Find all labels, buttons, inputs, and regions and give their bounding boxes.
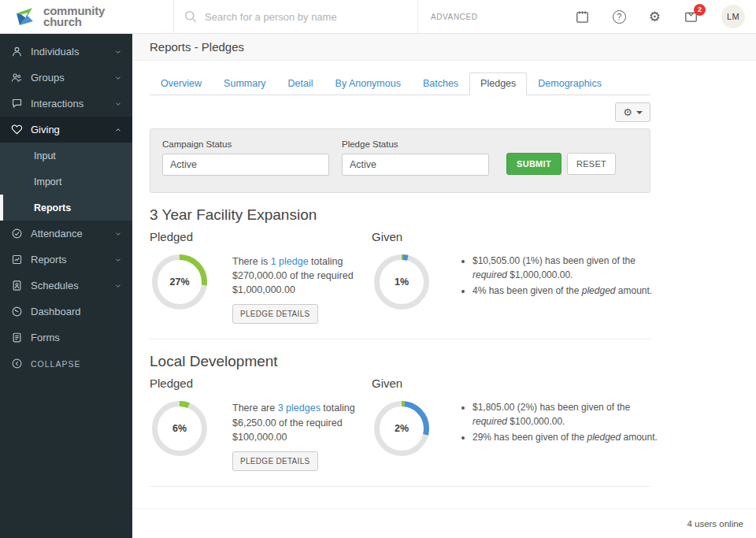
submenu-item-import[interactable]: Import bbox=[0, 169, 132, 195]
submenu-label: Reports bbox=[34, 202, 71, 213]
sidebar-label: Interactions bbox=[31, 98, 83, 109]
sidebar-label: Giving bbox=[31, 124, 60, 135]
chevron-down-icon bbox=[114, 230, 122, 238]
groups-icon bbox=[10, 72, 23, 83]
pledge-summary-text: There are 3 pledges totaling $6,250.00 o… bbox=[232, 399, 371, 470]
sidebar-label: Attendance bbox=[31, 228, 83, 239]
person-icon bbox=[10, 46, 23, 58]
chevron-up-icon bbox=[114, 126, 122, 134]
pledge-details-button[interactable]: PLEDGE DETAILS bbox=[232, 304, 318, 324]
chat-bubbles-icon bbox=[10, 98, 23, 109]
donut-percent: 1% bbox=[372, 252, 432, 312]
top-bar: community church ADVANCED ? ⚙ 2 LM bbox=[0, 0, 756, 34]
main-content: Reports - Pledges Overview Summary Detai… bbox=[132, 34, 756, 538]
sidebar-label: Groups bbox=[31, 72, 65, 83]
tab-by-anonymous[interactable]: By Anonymous bbox=[324, 72, 412, 95]
pledge-status-input[interactable] bbox=[342, 154, 489, 176]
tab-pledges[interactable]: Pledges bbox=[469, 72, 527, 95]
pledge-count-link[interactable]: 1 pledge bbox=[271, 256, 309, 267]
pledge-count-link[interactable]: 3 pledges bbox=[278, 403, 321, 414]
campaign-name: Local Development bbox=[150, 353, 650, 370]
given-bullet: $1,805.00 (2%) has been given of the req… bbox=[472, 400, 664, 429]
tab-demographics[interactable]: Demographics bbox=[527, 72, 613, 95]
sidebar-item-schedules[interactable]: Schedules bbox=[0, 273, 132, 299]
campaign-section: 3 Year Facility Expansion Pledged 27% Th… bbox=[150, 206, 650, 339]
chevron-down-icon bbox=[114, 74, 122, 82]
given-summary-list: $1,805.00 (2%) has been given of the req… bbox=[461, 399, 664, 458]
sidebar-item-forms[interactable]: Forms bbox=[0, 325, 132, 351]
giving-submenu: Input Import Reports bbox=[0, 143, 132, 221]
person-search bbox=[173, 0, 418, 33]
pledged-donut-chart: 27% bbox=[150, 252, 209, 312]
topbar-actions: ? ⚙ 2 LM bbox=[575, 0, 756, 33]
sidebar-item-individuals[interactable]: Individuals bbox=[0, 39, 132, 65]
app-logo[interactable]: community church bbox=[0, 0, 173, 33]
calendar-icon[interactable] bbox=[575, 9, 590, 24]
sidebar-label: Individuals bbox=[31, 46, 79, 58]
campaign-status-label: Campaign Status bbox=[162, 139, 329, 149]
help-icon[interactable]: ? bbox=[613, 10, 626, 24]
campaign-section: Local Development Pledged 6% There are 3… bbox=[150, 353, 650, 486]
tab-summary[interactable]: Summary bbox=[213, 72, 276, 95]
section-divider bbox=[150, 339, 650, 339]
given-bullet: $10,505.00 (1%) has been given of the re… bbox=[472, 254, 664, 282]
chevron-down-icon bbox=[114, 48, 122, 56]
user-avatar[interactable]: LM bbox=[721, 5, 745, 28]
search-icon bbox=[183, 9, 198, 24]
submenu-item-reports[interactable]: Reports bbox=[0, 195, 132, 221]
pledge-status-label: Pledge Status bbox=[342, 139, 489, 149]
sidebar-item-giving[interactable]: Giving bbox=[0, 117, 132, 143]
collapse-label: COLLAPSE bbox=[31, 359, 80, 369]
pledge-details-button[interactable]: PLEDGE DETAILS bbox=[232, 451, 318, 471]
caret-down-icon bbox=[636, 111, 643, 114]
page-title: Reports - Pledges bbox=[132, 34, 756, 61]
submit-button[interactable]: SUBMIT bbox=[506, 153, 561, 175]
reset-button[interactable]: RESET bbox=[567, 153, 616, 175]
filter-panel: Campaign Status Pledge Status SUBMIT RES… bbox=[150, 128, 650, 193]
search-input[interactable] bbox=[205, 11, 386, 23]
sidebar-collapse-button[interactable]: COLLAPSE bbox=[0, 351, 132, 377]
check-circle-icon bbox=[10, 228, 23, 239]
sidebar-item-groups[interactable]: Groups bbox=[0, 65, 132, 91]
sidebar-label: Schedules bbox=[31, 280, 79, 291]
section-divider bbox=[150, 486, 650, 487]
settings-gear-icon[interactable]: ⚙ bbox=[649, 10, 661, 24]
report-options-button[interactable]: ⚙ bbox=[615, 102, 650, 122]
question-mark: ? bbox=[613, 10, 626, 24]
given-bullet: 4% has been given of the pledged amount. bbox=[472, 284, 664, 298]
sidebar-label: Dashboard bbox=[31, 306, 81, 317]
logo-text: community church bbox=[43, 6, 105, 28]
given-label: Given bbox=[372, 230, 664, 243]
tab-overview[interactable]: Overview bbox=[150, 72, 213, 95]
sidebar-label: Reports bbox=[31, 254, 67, 265]
submenu-item-input[interactable]: Input bbox=[0, 143, 132, 169]
advanced-search-link[interactable]: ADVANCED bbox=[418, 0, 491, 33]
campaign-status-input[interactable] bbox=[162, 154, 329, 176]
pledge-status-group: Pledge Status bbox=[342, 139, 489, 176]
campaign-status-group: Campaign Status bbox=[162, 139, 329, 176]
document-icon bbox=[10, 332, 23, 343]
heart-icon bbox=[10, 124, 23, 135]
given-summary-list: $10,505.00 (1%) has been given of the re… bbox=[461, 252, 664, 312]
chevron-down-icon bbox=[114, 100, 122, 108]
sidebar-item-reports[interactable]: Reports bbox=[0, 247, 132, 273]
given-bullet: 29% has been given of the pledged amount… bbox=[472, 430, 664, 444]
sidebar-item-dashboard[interactable]: Dashboard bbox=[0, 299, 132, 325]
collapse-arrow-icon bbox=[10, 358, 23, 369]
pledge-summary-text: There is 1 pledge totaling $270,000.00 o… bbox=[232, 252, 371, 324]
tab-batches[interactable]: Batches bbox=[412, 72, 469, 95]
donut-percent: 27% bbox=[150, 252, 209, 312]
campaign-name: 3 Year Facility Expansion bbox=[150, 206, 650, 224]
clipboard-person-icon bbox=[10, 280, 23, 291]
given-donut-chart: 1% bbox=[372, 252, 432, 312]
sidebar-item-attendance[interactable]: Attendance bbox=[0, 221, 132, 247]
inbox-icon[interactable]: 2 bbox=[684, 9, 699, 24]
submenu-label: Import bbox=[34, 176, 61, 187]
users-online-text: 4 users online bbox=[687, 519, 743, 529]
sidebar-item-interactions[interactable]: Interactions bbox=[0, 91, 132, 117]
tab-detail[interactable]: Detail bbox=[277, 72, 324, 95]
chevron-down-icon bbox=[114, 256, 122, 264]
given-label: Given bbox=[372, 377, 664, 390]
donut-percent: 2% bbox=[372, 399, 432, 458]
pledged-donut-chart: 6% bbox=[150, 399, 209, 458]
